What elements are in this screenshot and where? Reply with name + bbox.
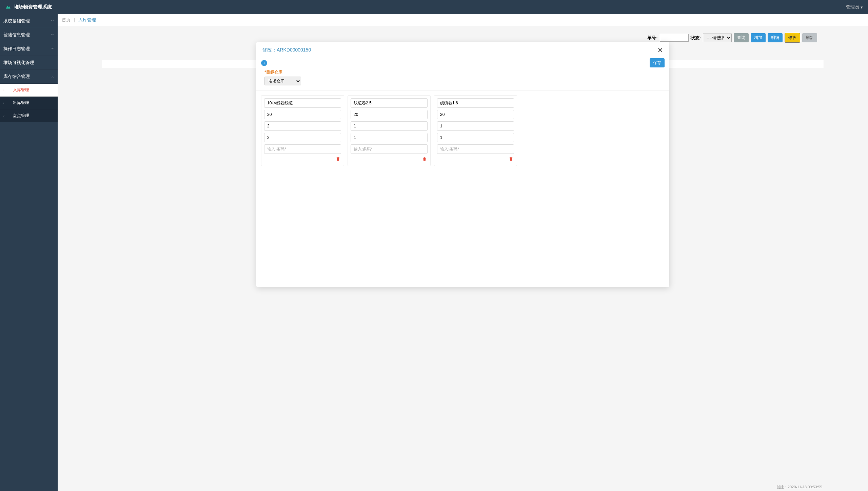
item-field2-input[interactable] [264, 110, 341, 119]
delete-item-button[interactable] [421, 156, 428, 163]
trash-icon [509, 157, 513, 161]
sidebar-item-login[interactable]: 登陆信息管理 ﹀ [0, 28, 58, 42]
target-warehouse-label: *目标仓库 [264, 69, 661, 75]
item-name-input[interactable] [351, 98, 428, 108]
trash-icon [422, 157, 427, 161]
close-button[interactable]: ✕ [657, 47, 663, 54]
add-item-button[interactable]: + [261, 60, 267, 66]
item-card [348, 95, 431, 166]
logo-icon [5, 4, 11, 10]
chevron-up-icon: ︿ [51, 74, 54, 79]
caret-down-icon: ▾ [861, 5, 863, 10]
sidebar-sub-outbound[interactable]: › 出库管理 [0, 97, 58, 109]
sidebar: 系统基础管理 ﹀ 登陆信息管理 ﹀ 操作日志管理 ﹀ 堆场可视化管理 库存综合管… [0, 14, 58, 491]
app-title: 堆场物资管理系统 [14, 4, 52, 10]
item-barcode-input[interactable] [351, 144, 428, 154]
item-field3-input[interactable] [264, 121, 341, 131]
item-barcode-input[interactable] [437, 144, 514, 154]
item-card [261, 95, 344, 166]
target-warehouse-select[interactable]: 堆场仓库 [264, 77, 301, 85]
item-barcode-input[interactable] [264, 144, 341, 154]
close-icon: ✕ [657, 46, 663, 54]
item-field2-input[interactable] [351, 110, 428, 119]
sidebar-item-oplog[interactable]: 操作日志管理 ﹀ [0, 42, 58, 56]
item-field3-input[interactable] [437, 121, 514, 131]
sidebar-item-stock[interactable]: 库存综合管理 ︿ [0, 70, 58, 84]
sidebar-item-visual[interactable]: 堆场可视化管理 [0, 56, 58, 70]
delete-item-button[interactable] [335, 156, 341, 163]
sidebar-sub-inventory[interactable]: › 盘点管理 [0, 109, 58, 122]
modal-title: 修改：ARKD00000150 [262, 47, 311, 53]
user-menu[interactable]: 管理员 ▾ [846, 4, 863, 10]
user-label: 管理员 [846, 4, 859, 10]
item-field2-input[interactable] [437, 110, 514, 119]
chevron-down-icon: ﹀ [51, 46, 54, 51]
save-button[interactable]: 保存 [650, 58, 665, 67]
sidebar-item-system[interactable]: 系统基础管理 ﹀ [0, 14, 58, 28]
item-field4-input[interactable] [351, 133, 428, 142]
edit-modal: 修改：ARKD00000150 ✕ + 保存 *目标仓库 堆场仓库 [256, 42, 669, 287]
chevron-right-icon: › [3, 101, 4, 105]
item-name-input[interactable] [437, 98, 514, 108]
item-name-input[interactable] [264, 98, 341, 108]
sidebar-sub-inbound[interactable]: › 入库管理 [0, 84, 58, 97]
item-field4-input[interactable] [264, 133, 341, 142]
chevron-down-icon: ﹀ [51, 19, 54, 23]
item-field4-input[interactable] [437, 133, 514, 142]
chevron-down-icon: ﹀ [51, 33, 54, 37]
brand: 堆场物资管理系统 [5, 4, 52, 10]
chevron-right-icon: › [3, 88, 4, 92]
plus-icon: + [263, 61, 265, 65]
item-card [434, 95, 517, 166]
modal-overlay: 修改：ARKD00000150 ✕ + 保存 *目标仓库 堆场仓库 [58, 14, 868, 491]
delete-item-button[interactable] [508, 156, 514, 163]
item-field3-input[interactable] [351, 121, 428, 131]
chevron-right-icon: › [3, 114, 4, 118]
trash-icon [336, 157, 340, 161]
